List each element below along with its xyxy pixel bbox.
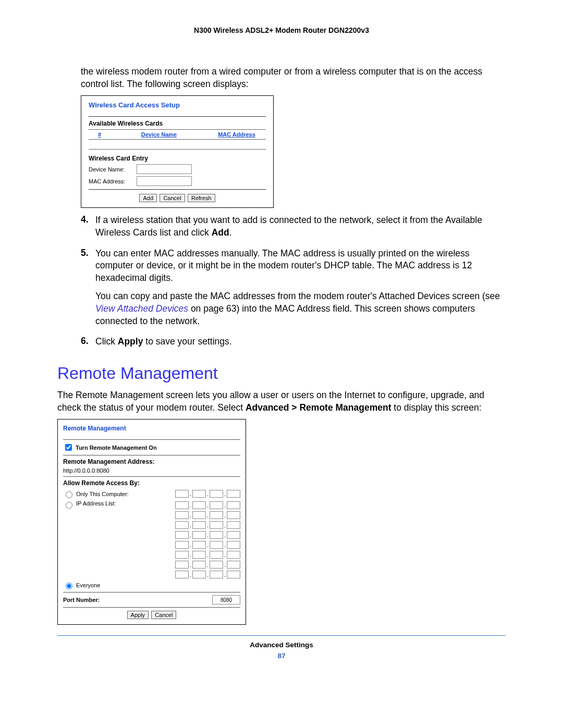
ip-octet-input[interactable] [175,531,189,539]
ip-list-row: . . . [175,531,240,539]
add-button[interactable]: Add [139,194,157,202]
ip-octet-input[interactable] [175,571,189,578]
ip-octet-input[interactable] [210,561,223,569]
intro-text: the wireless modem router from a wired c… [81,66,506,90]
ip-octet-input[interactable] [175,521,189,529]
ip-address-list-label: IP Address List: [76,500,116,507]
device-name-input[interactable] [137,164,192,174]
step-4-text: If a wireless station that you want to a… [95,215,482,238]
step-6-c: to save your settings. [143,336,231,347]
apply-button[interactable]: Apply [127,611,149,619]
available-cards-table: # Device Name MAC Address [89,129,266,150]
ip-octet-input[interactable] [227,571,240,578]
divider [63,439,240,440]
step-6-a: Click [95,336,118,347]
col-mac-link[interactable]: MAC Address [218,131,255,138]
step-6-apply: Apply [118,336,143,347]
ip-octet-input[interactable] [175,561,189,569]
ip-octet-input[interactable] [227,531,240,539]
doc-header: N300 Wireless ADSL2+ Modem Router DGN220… [57,26,506,34]
ip-octet-input[interactable] [175,511,189,519]
available-cards-heading: Available Wireless Cards [89,120,266,127]
step-5-p2a: You can copy and paste the MAC addresses… [95,291,500,301]
ip-address-list-radio[interactable] [66,502,72,509]
ip-octet-input[interactable] [227,501,240,509]
ip-octet-input[interactable] [210,490,223,498]
divider [63,592,240,593]
ip-octet-input[interactable] [210,541,223,549]
ip-list-row: . . . [175,551,240,559]
turn-remote-mgmt-on-label: Turn Remote Management On [76,445,157,451]
ip-octet-input[interactable] [210,551,223,559]
ip-octet-input[interactable] [227,561,240,569]
remote-management-screenshot: Remote Management Turn Remote Management… [57,419,246,625]
port-number-label: Port Number: [63,597,100,603]
col-device-link[interactable]: Device Name [141,131,177,138]
ip-octet-input[interactable] [175,551,189,559]
rm-para-b: Advanced > Remote Management [246,402,391,413]
step-5-num: 5. [81,248,95,328]
step-6-num: 6. [81,336,95,348]
ip-list-row: . . . [175,571,240,578]
ip-octet-input[interactable] [192,531,206,539]
refresh-button[interactable]: Refresh [188,194,215,202]
wireless-card-access-screenshot: Wireless Card Access Setup Available Wir… [81,95,274,208]
ip-octet-input[interactable] [192,511,206,519]
entry-heading: Wireless Card Entry [89,155,266,162]
everyone-radio[interactable] [66,583,72,589]
step-4: 4. If a wireless station that you want t… [81,214,506,239]
ip-octet-input[interactable] [192,541,206,549]
ip-octet-input[interactable] [227,521,240,529]
ip-octet-input[interactable] [227,511,240,519]
ip-octet-input[interactable] [210,571,223,578]
cancel-button[interactable]: Cancel [151,611,176,619]
port-number-input[interactable] [212,595,240,604]
ip-octet-input[interactable] [175,490,189,498]
step-5: 5. You can enter MAC addresses manually.… [81,248,506,328]
only-this-ip-group: . . . [175,490,240,498]
ip-octet-input[interactable] [210,501,223,509]
ip-octet-input[interactable] [210,531,223,539]
ip-list-row: . . . [175,521,240,529]
footer-section: Advanced Settings [57,641,506,649]
ip-list-container: . . . . . . . . . . . . . . . . . . . . … [175,500,240,579]
footer-divider [57,635,506,636]
divider [89,189,266,190]
rm-addr-label: Remote Management Address: [63,458,240,465]
device-name-label: Device Name: [89,166,130,172]
ip-octet-input[interactable] [227,541,240,549]
divider [63,607,240,608]
ip-octet-input[interactable] [192,521,206,529]
allow-access-heading: Allow Remote Access By: [63,479,240,487]
ip-octet-input[interactable] [210,511,223,519]
only-this-computer-radio[interactable] [66,491,72,498]
remote-management-heading: Remote Management [57,364,506,383]
col-num-link[interactable]: # [98,131,101,138]
only-this-computer-label: Only This Computer: [76,491,129,497]
ip-octet-input[interactable] [175,541,189,549]
view-attached-devices-link[interactable]: View Attached Devices [95,303,191,314]
step-4-period: . [229,227,232,238]
ip-octet-input[interactable] [227,490,240,498]
divider [63,476,240,477]
ip-octet-input[interactable] [192,501,206,509]
ip-list-row: . . . [175,541,240,549]
turn-remote-mgmt-on-checkbox[interactable] [65,444,72,451]
wcas-title: Wireless Card Access Setup [89,101,266,109]
rm-addr-value: http://0.0.0.0:8080 [63,467,240,474]
ip-octet-input[interactable] [192,571,206,578]
step-6: 6. Click Apply to save your settings. [81,336,506,348]
ip-octet-input[interactable] [227,551,240,559]
ip-octet-input[interactable] [192,490,206,498]
cancel-button[interactable]: Cancel [160,194,185,202]
ip-list-row: . . . [175,561,240,569]
ip-octet-input[interactable] [192,551,206,559]
everyone-label: Everyone [76,582,100,588]
rm-para-c: to display this screen: [391,402,481,413]
ip-octet-input[interactable] [210,521,223,529]
footer-page-number: 87 [57,652,506,660]
mac-address-input[interactable] [137,176,192,186]
ip-octet-input[interactable] [175,501,189,509]
step-4-add: Add [212,227,229,238]
ip-octet-input[interactable] [192,561,206,569]
